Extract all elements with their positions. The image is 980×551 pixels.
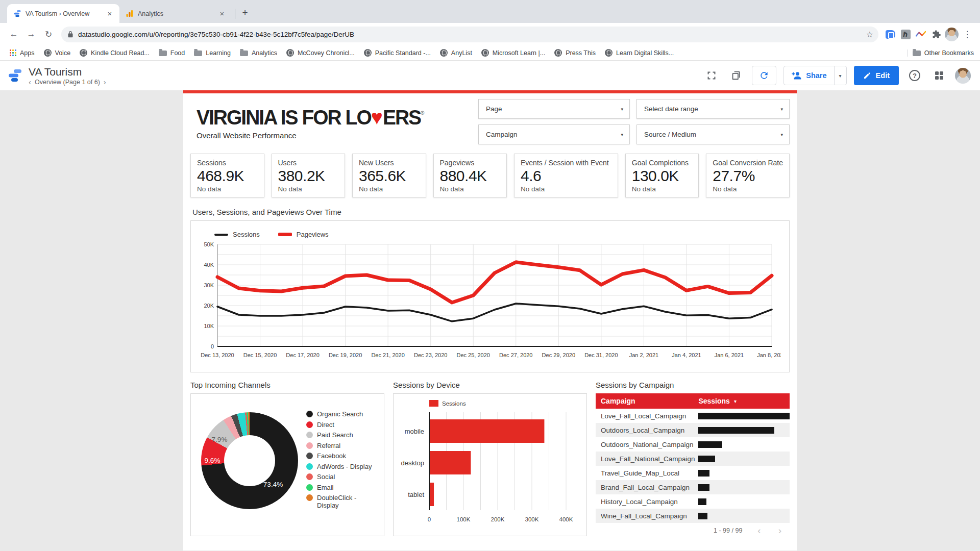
- globe-icon: [554, 49, 562, 57]
- legend-label: Sessions: [233, 231, 260, 238]
- browser-menu-icon[interactable]: ⋮: [961, 28, 974, 41]
- table-row[interactable]: Outdoors_Local_Campaign: [596, 423, 790, 437]
- share-dropdown-caret[interactable]: ▾: [834, 66, 846, 85]
- person-add-icon: [791, 71, 801, 80]
- extensions-puzzle-icon[interactable]: [929, 28, 943, 41]
- bookmark-item[interactable]: Pacific Standard -...: [360, 47, 434, 58]
- address-bar[interactable]: datastudio.google.com/u/0/reporting/3e75…: [61, 27, 878, 42]
- heart-icon: ♥: [371, 106, 383, 129]
- bookmark-label: McCovey Chronicl...: [298, 49, 355, 57]
- help-button[interactable]: ?: [906, 67, 923, 84]
- bookmark-item[interactable]: Analytics: [236, 48, 281, 58]
- device-panel: Sessions by Device 0100K200K300K400Kmobi…: [393, 381, 587, 538]
- bookmark-item[interactable]: Food: [155, 48, 189, 58]
- x-axis-tick: Jan 6, 2021: [715, 352, 744, 358]
- campaign-table: Campaign Sessions ▾ Love_Fall_Local_Camp…: [596, 393, 790, 538]
- scorecard-label: Events / Session with Event: [521, 159, 611, 167]
- table-row[interactable]: Outdoors_National_Campaign: [596, 437, 790, 452]
- forward-button[interactable]: →: [23, 27, 39, 42]
- reload-button[interactable]: ↻: [41, 27, 56, 42]
- back-button[interactable]: ←: [6, 27, 21, 42]
- legend-item: Social: [306, 473, 378, 481]
- table-row[interactable]: Love_Fall_National_Campaign: [596, 452, 790, 466]
- prev-page-icon[interactable]: ‹: [757, 527, 761, 534]
- fullscreen-button[interactable]: [703, 67, 720, 84]
- scorecard: Users 380.2K No data: [272, 154, 346, 197]
- bookmark-item[interactable]: AnyList: [436, 47, 476, 58]
- campaign-column-header[interactable]: Campaign: [596, 397, 698, 405]
- close-icon[interactable]: ×: [217, 9, 227, 18]
- account-avatar[interactable]: [955, 68, 971, 84]
- globe-icon: [364, 49, 372, 57]
- table-row[interactable]: Brand_Fall_Local_Campaign: [596, 480, 790, 494]
- bookmark-item[interactable]: Press This: [551, 47, 599, 58]
- filter-dropdown[interactable]: Select date range ▾: [636, 99, 790, 119]
- folder-icon: [159, 51, 167, 56]
- datastudio-header: VA Tourism ‹ Overview (Page 1 of 6) › Sh…: [0, 61, 980, 90]
- legend-dot: [306, 442, 313, 449]
- analytics-wave-icon[interactable]: [914, 28, 927, 41]
- tab-analytics[interactable]: Analytics ×: [119, 4, 232, 23]
- x-axis-tick: Dec 19, 2020: [329, 352, 362, 358]
- legend-label: AdWords - Display: [317, 463, 372, 470]
- table-row[interactable]: Wine_Fall_Local_Campaign: [596, 509, 790, 523]
- y-axis-tick: 40K: [204, 262, 214, 268]
- bookmark-star-icon[interactable]: ☆: [866, 30, 873, 39]
- prev-page-chevron[interactable]: ‹: [29, 79, 31, 85]
- sessions-column-header[interactable]: Sessions ▾: [698, 397, 790, 405]
- bookmark-item[interactable]: McCovey Chronicl...: [283, 47, 358, 58]
- filter-label: Campaign: [486, 131, 518, 138]
- other-bookmarks[interactable]: Other Bookmarks: [907, 49, 974, 57]
- apps-grid-button[interactable]: [930, 67, 948, 84]
- refresh-data-button[interactable]: [752, 66, 776, 85]
- filter-dropdown[interactable]: Campaign ▾: [478, 124, 630, 144]
- bookmark-item[interactable]: Microsoft Learn |...: [478, 47, 549, 58]
- url-text: datastudio.google.com/u/0/reporting/3e75…: [78, 31, 862, 38]
- table-row[interactable]: Love_Fall_Local_Campaign: [596, 409, 790, 423]
- analytics-favicon: [126, 10, 134, 17]
- bookmark-item[interactable]: Learning: [190, 48, 234, 58]
- scorecard-label: Goal Completions: [632, 159, 693, 167]
- new-tab-button[interactable]: +: [238, 6, 252, 19]
- legend-label: Email: [317, 484, 334, 491]
- bookmark-item[interactable]: Voice: [40, 47, 75, 58]
- browser-profile-avatar[interactable]: [945, 28, 959, 41]
- edit-label: Edit: [876, 71, 890, 80]
- series-line-pageviews: [217, 262, 772, 303]
- edit-button[interactable]: Edit: [854, 66, 899, 85]
- sessions-legend-swatch: [214, 234, 228, 236]
- legend-label: Paid Search: [317, 431, 353, 439]
- copy-pages-button[interactable]: [727, 67, 745, 84]
- sessions-bar: [698, 484, 709, 491]
- folder-icon: [913, 51, 921, 56]
- h-extension-icon[interactable]: ℏ: [899, 28, 912, 41]
- donut-chart: 73.4%9.6%7.9%: [201, 412, 298, 509]
- table-row[interactable]: Travel_Guide_Map_Local: [596, 466, 790, 480]
- filter-dropdown[interactable]: Page ▾: [478, 99, 630, 119]
- next-page-icon[interactable]: ›: [778, 527, 781, 534]
- bookmark-label: Press This: [566, 49, 596, 57]
- legend-dot: [306, 421, 313, 428]
- scorecard: Goal Conversion Rate 27.7% No data: [706, 154, 790, 197]
- filter-dropdown[interactable]: Source / Medium ▾: [636, 124, 790, 144]
- y-axis-tick: 10K: [204, 323, 214, 329]
- tag-extension-icon[interactable]: [884, 28, 897, 41]
- legend-dot: [306, 484, 313, 491]
- bookmark-item[interactable]: Apps: [6, 48, 38, 58]
- scorecard-note: No data: [359, 185, 420, 193]
- bookmark-label: Food: [170, 49, 185, 57]
- bookmark-item[interactable]: Kindle Cloud Read...: [76, 47, 153, 58]
- tab-va-tourism[interactable]: VA Tourism › Overview ×: [7, 4, 119, 23]
- table-row[interactable]: History_Local_Campaign: [596, 494, 790, 509]
- timeseries-title: Users, Sessions, and Pageviews Over Time: [190, 208, 790, 216]
- scorecard-value: 4.6: [521, 167, 611, 185]
- legend-label: Social: [317, 473, 335, 481]
- bookmark-item[interactable]: Learn Digital Skills...: [601, 47, 677, 58]
- globe-icon: [286, 49, 294, 57]
- next-page-chevron[interactable]: ›: [104, 79, 106, 85]
- report-title: VA Tourism: [29, 66, 106, 78]
- campaign-rows: Love_Fall_Local_Campaign Outdoors_Local_…: [596, 409, 790, 523]
- share-button[interactable]: Share: [784, 71, 834, 80]
- close-icon[interactable]: ×: [105, 9, 114, 18]
- globe-icon: [481, 49, 489, 57]
